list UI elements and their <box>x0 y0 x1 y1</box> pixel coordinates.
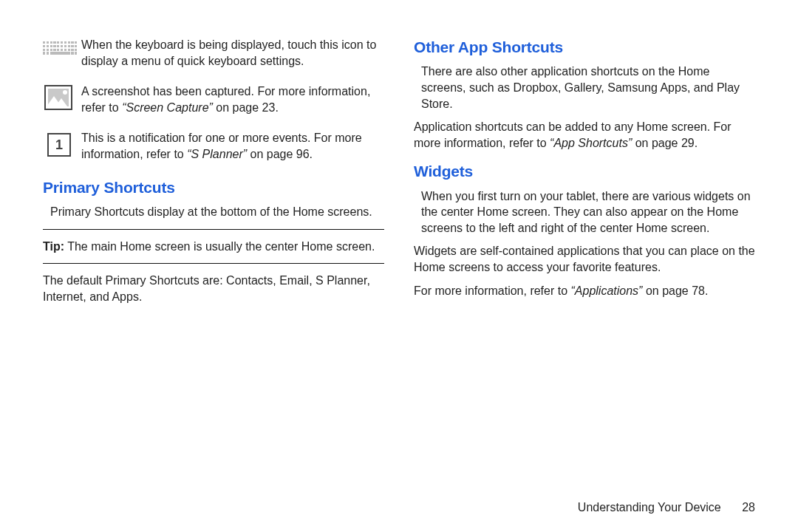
right-column: Other App Shortcuts There are also other… <box>414 37 755 312</box>
screenshot-icon <box>43 83 81 110</box>
heading-primary-shortcuts: Primary Shortcuts <box>43 177 384 198</box>
icon-row-notification: 1 This is a notification for one or more… <box>43 130 384 162</box>
text-a: For more information, refer to <box>414 284 571 297</box>
paragraph-widgets-2: Widgets are self-contained applications … <box>414 243 755 275</box>
footer-page-number: 28 <box>742 501 755 514</box>
notification-icon: 1 <box>43 130 81 155</box>
paragraph-primary-intro: Primary Shortcuts display at the bottom … <box>43 204 384 220</box>
screenshot-icon-text: A screenshot has been captured. For more… <box>81 83 384 115</box>
paragraph-widgets-3: For more information, refer to “Applicat… <box>414 283 755 299</box>
footer-section: Understanding Your Device <box>578 501 721 514</box>
left-column: When the keyboard is being displayed, to… <box>43 37 384 312</box>
tip-label: Tip: <box>43 240 64 253</box>
keyboard-icon <box>43 37 81 55</box>
page: When the keyboard is being displayed, to… <box>0 0 798 532</box>
heading-widgets: Widgets <box>414 161 755 182</box>
ref: “App Shortcuts” <box>550 137 632 149</box>
columns: When the keyboard is being displayed, to… <box>43 37 755 312</box>
text-b: on page 29. <box>632 137 698 149</box>
heading-other-app-shortcuts: Other App Shortcuts <box>414 37 755 58</box>
notification-badge-text: 1 <box>55 136 63 154</box>
notification-icon-text: This is a notification for one or more e… <box>81 130 384 162</box>
paragraph-primary-default: The default Primary Shortcuts are: Conta… <box>43 273 384 304</box>
paragraph-other-1: There are also other application shortcu… <box>414 64 755 112</box>
paragraph-widgets-1: When you first turn on your tablet, ther… <box>414 188 755 236</box>
paragraph-other-2: Application shortcuts can be added to an… <box>414 119 755 151</box>
page-footer: Understanding Your Device 28 <box>578 501 755 514</box>
text-b: on page 78. <box>642 284 708 297</box>
divider <box>43 229 384 230</box>
ref: “S Planner” <box>187 148 247 160</box>
icon-row-screenshot: A screenshot has been captured. For more… <box>43 83 384 115</box>
text-b: on page 96. <box>247 148 313 160</box>
icon-row-keyboard: When the keyboard is being displayed, to… <box>43 37 384 69</box>
tip-paragraph: Tip: The main Home screen is usually the… <box>43 239 384 255</box>
keyboard-icon-text: When the keyboard is being displayed, to… <box>81 37 384 69</box>
text: When the keyboard is being displayed, to… <box>81 38 376 67</box>
divider <box>43 263 384 264</box>
ref: “Screen Capture” <box>122 101 213 114</box>
ref: “Applications” <box>571 284 643 297</box>
text-b: on page 23. <box>213 101 279 114</box>
tip-text: The main Home screen is usually the cent… <box>64 240 375 253</box>
